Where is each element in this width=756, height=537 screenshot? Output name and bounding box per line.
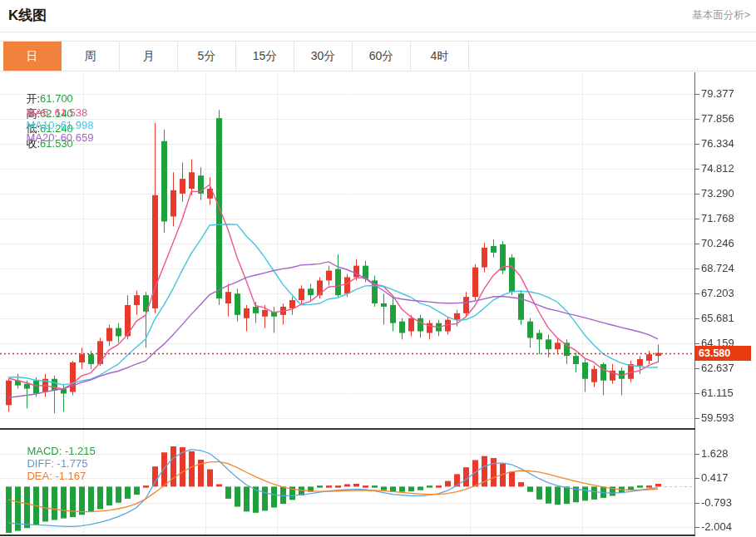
y-axis-label: 61.115 xyxy=(701,387,734,399)
diff-readout: DIFF: -1.775 xyxy=(27,457,87,470)
macd-axis-label: -0.793 xyxy=(701,496,732,509)
y-axis-label: 59.593 xyxy=(701,411,734,424)
y-axis-label: 62.637 xyxy=(701,362,734,374)
macd-axis-label: 0.417 xyxy=(701,471,729,484)
macd-readout-row: MACD: -1.215 DIFF: -1.775 DEA: -1.167 xyxy=(15,432,107,495)
y-axis-label: 70.246 xyxy=(701,237,734,249)
macd-axis-label: 1.628 xyxy=(701,447,729,460)
macd-readout: MACD: -1.215 xyxy=(27,445,95,457)
y-axis-label: 79.377 xyxy=(701,87,734,100)
macd-axis-label: -2.004 xyxy=(701,520,732,533)
y-axis-label: 74.812 xyxy=(701,162,734,175)
y-axis-label: 77.856 xyxy=(701,112,734,125)
y-axis-label: 65.681 xyxy=(701,312,734,324)
dea-readout: DEA: -1.167 xyxy=(27,470,86,482)
y-axis-label: 68.724 xyxy=(701,262,734,274)
ma5-readout: MA5: 61.538 xyxy=(26,106,87,119)
kline-canvas[interactable] xyxy=(0,0,756,537)
y-axis-label: 71.768 xyxy=(701,212,734,224)
y-axis-label: 76.334 xyxy=(701,137,734,150)
ma10-readout: MA10: 61.998 xyxy=(26,119,93,131)
kline-app: K线图 基本面分析> 日 周 月 5分 15分 30分 60分 4时 开:61.… xyxy=(0,0,756,537)
y-axis-label: 67.203 xyxy=(701,287,734,299)
ma20-readout: MA20: 60.659 xyxy=(26,131,93,144)
y-axis-label: 73.290 xyxy=(701,187,734,200)
ma-readout: MA5: 61.538 MA10: 61.998 MA20: 60.659 xyxy=(14,94,105,156)
current-price-badge: 63.580 xyxy=(695,346,751,361)
